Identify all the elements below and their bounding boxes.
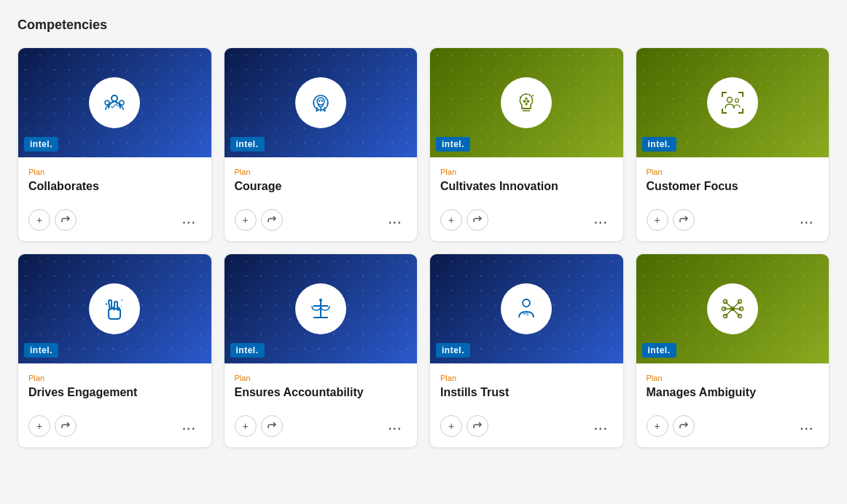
share-button-trust[interactable] <box>467 415 488 437</box>
add-button-courage[interactable]: + <box>235 209 257 231</box>
card-body-courage: Plan Courage <box>225 157 418 202</box>
svg-text:✦: ✦ <box>104 302 109 307</box>
card-title-customer: Customer Focus <box>647 179 819 194</box>
card-footer-collaborates: + ... <box>18 202 211 241</box>
more-button-customer[interactable]: ... <box>796 210 819 229</box>
icon-collaborates <box>89 77 140 128</box>
card-title-cultivates: Cultivates Innovation <box>440 179 613 194</box>
plan-label-1: Plan <box>28 168 201 176</box>
svg-point-2 <box>120 101 124 105</box>
intel-badge-8: intel. <box>642 343 676 358</box>
add-button-drives[interactable]: + <box>28 415 50 437</box>
card-body-collaborates: Plan Collaborates <box>18 157 211 202</box>
icon-customer <box>707 77 758 128</box>
share-button-drives[interactable] <box>55 415 77 437</box>
more-button-ambiguity[interactable]: ... <box>796 417 819 436</box>
share-button-courage[interactable] <box>261 209 283 231</box>
add-button-customer[interactable]: + <box>647 209 668 231</box>
share-button-collaborates[interactable] <box>55 209 77 231</box>
card-image-drives: ✦ ✦ ✦ intel. <box>18 254 211 363</box>
share-button-customer[interactable] <box>673 209 695 231</box>
card-title-drives: Drives Engagement <box>28 385 201 401</box>
icon-cultivates: ✦ ✦ <box>501 77 552 128</box>
icon-drives: ✦ ✦ ✦ <box>89 283 140 334</box>
icon-ambiguity <box>707 283 758 334</box>
more-button-cultivates[interactable]: ... <box>590 210 612 229</box>
card-body-ambiguity: Plan Manages Ambiguity <box>636 363 830 408</box>
card-title-courage: Courage <box>235 179 407 194</box>
svg-point-0 <box>112 95 117 101</box>
add-button-ambiguity[interactable]: + <box>647 415 668 437</box>
more-button-drives[interactable]: ... <box>178 417 200 436</box>
intel-badge-6: intel. <box>230 343 265 358</box>
competencies-grid: intel. Plan Collaborates + ... <box>17 47 830 448</box>
plan-label-4: Plan <box>647 168 819 176</box>
icon-courage <box>295 77 346 128</box>
plan-label-6: Plan <box>235 374 407 382</box>
card-title-ambiguity: Manages Ambiguity <box>647 385 819 401</box>
card-body-drives: Plan Drives Engagement <box>18 363 211 408</box>
more-button-courage[interactable]: ... <box>384 210 407 229</box>
svg-point-1 <box>105 101 109 105</box>
plan-label-7: Plan <box>440 374 613 382</box>
svg-text:✦: ✦ <box>120 304 123 308</box>
intel-badge-1: intel. <box>24 137 58 151</box>
svg-line-15 <box>524 101 526 104</box>
intel-badge-2: intel. <box>230 137 265 151</box>
card-image-ambiguity: intel. <box>636 254 830 363</box>
svg-line-16 <box>526 101 528 104</box>
card-image-cultivates: ✦ ✦ intel. <box>430 48 623 157</box>
plan-label-5: Plan <box>28 374 201 382</box>
svg-text:✦: ✦ <box>120 298 123 302</box>
add-button-cultivates[interactable]: + <box>440 209 462 231</box>
add-button-accountability[interactable]: + <box>235 415 257 437</box>
share-button-ambiguity[interactable] <box>673 415 695 437</box>
page-title: Competencies <box>17 17 830 33</box>
card-drives-engagement: ✦ ✦ ✦ intel. Plan Drives Engagement + ..… <box>17 253 212 448</box>
card-footer-courage: + ... <box>225 202 418 241</box>
svg-text:✦: ✦ <box>531 93 534 98</box>
plan-label-3: Plan <box>440 168 613 176</box>
add-button-collaborates[interactable]: + <box>28 209 50 231</box>
card-courage: intel. Plan Courage + ... <box>224 47 418 242</box>
plan-label-8: Plan <box>647 374 819 382</box>
intel-badge-4: intel. <box>642 137 676 151</box>
card-body-customer: Plan Customer Focus <box>636 157 830 202</box>
svg-point-29 <box>523 299 530 307</box>
svg-point-6 <box>321 101 323 102</box>
card-customer-focus: intel. Plan Customer Focus + ... <box>636 47 830 242</box>
icon-accountability <box>295 283 346 334</box>
add-button-trust[interactable]: + <box>440 415 462 437</box>
card-title-accountability: Ensures Accountability <box>235 385 407 401</box>
card-image-accountability: intel. <box>225 254 418 363</box>
card-image-trust: intel. <box>430 254 623 363</box>
card-body-cultivates: Plan Cultivates Innovation <box>430 157 623 202</box>
plan-label-2: Plan <box>235 168 407 176</box>
svg-point-21 <box>735 99 738 103</box>
card-footer-ambiguity: + ... <box>636 408 830 447</box>
more-button-accountability[interactable]: ... <box>384 417 407 436</box>
intel-badge-7: intel. <box>436 343 470 358</box>
card-body-accountability: Plan Ensures Accountability <box>225 363 418 408</box>
more-button-trust[interactable]: ... <box>590 417 612 436</box>
card-cultivates-innovation: ✦ ✦ intel. Plan Cultivates Innovation + … <box>429 47 624 242</box>
card-footer-trust: + ... <box>430 408 623 447</box>
card-image-customer: intel. <box>636 48 830 157</box>
card-footer-cultivates: + ... <box>430 202 623 241</box>
more-button-collaborates[interactable]: ... <box>178 210 200 229</box>
card-title-trust: Instills Trust <box>440 385 613 401</box>
card-footer-customer: + ... <box>636 202 830 241</box>
card-image-courage: intel. <box>225 48 418 157</box>
card-title-collaborates: Collaborates <box>28 179 201 194</box>
share-button-accountability[interactable] <box>261 415 283 437</box>
card-instills-trust: intel. Plan Instills Trust + ... <box>429 253 624 448</box>
share-button-cultivates[interactable] <box>467 209 488 231</box>
intel-badge-5: intel. <box>24 343 58 358</box>
svg-line-13 <box>524 98 526 101</box>
card-footer-drives: + ... <box>18 408 211 447</box>
svg-point-28 <box>319 299 322 302</box>
card-footer-accountability: + ... <box>225 408 418 447</box>
svg-line-14 <box>526 98 528 101</box>
card-manages-ambiguity: intel. Plan Manages Ambiguity + ... <box>636 253 830 448</box>
svg-point-5 <box>319 101 320 102</box>
